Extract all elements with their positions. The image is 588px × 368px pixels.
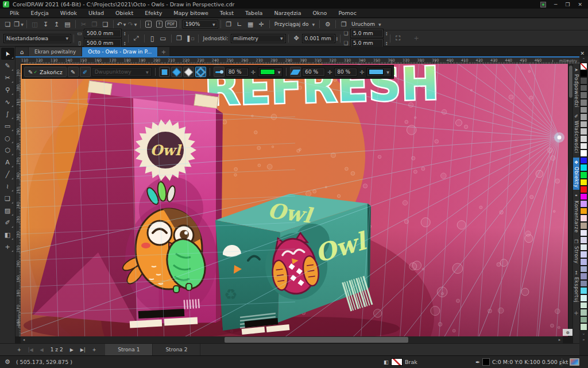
show-grid-button[interactable]: ▦ [246,20,256,29]
pick-tool[interactable]: ➤ [1,48,14,60]
duplicate-y-spinner[interactable]: ▴▾ [386,41,388,45]
vertical-opacity-stepper[interactable]: ✛ [326,69,333,75]
menu-tekst[interactable]: Tekst [215,9,239,17]
color-proof-monitor-icon[interactable] [570,358,579,366]
vertical-ruler[interactable]: milimetry 330320310300290280270260250240… [16,64,21,336]
text-tool[interactable]: A [1,156,14,168]
color-swatch[interactable] [580,258,587,266]
scroll-left-arrow[interactable]: ◂ [21,338,27,342]
connector-tool[interactable]: ≀ [1,181,14,193]
page-tab-strona-1[interactable]: Strona 1 [105,344,153,355]
color-swatch[interactable] [580,280,587,288]
nudge-spinner[interactable]: ▴▾ [336,36,338,41]
copy-perspective-button[interactable]: ✐ [80,67,91,77]
color-swatch[interactable] [580,229,587,237]
color-swatch[interactable] [580,266,587,273]
polygon-tool[interactable]: ⬡ [1,144,14,156]
landscape-button[interactable]: ▭ [158,33,168,43]
nudge-field[interactable]: 0.001 mm [302,34,335,43]
portrait-button[interactable]: ▯ [148,33,157,43]
cloud-download-button[interactable]: ↧ [41,20,51,29]
palette-scroll-up[interactable]: ⌃ [582,56,586,63]
status-gear-icon[interactable]: ⚙ [5,358,10,366]
cloud-upload-button[interactable]: ↥ [52,20,61,29]
menu-układ[interactable]: Układ [83,9,109,17]
add-docker-button[interactable]: + [574,310,578,316]
palette-expand[interactable]: » [582,337,585,343]
tabbar-close-icon[interactable]: ✕ [580,51,588,56]
shadow-tool[interactable]: ❏ [1,193,14,205]
import-button[interactable]: ↓ [144,20,153,29]
horizontal-opacity-stepper[interactable]: ✛ [358,69,365,75]
artistic-media-tool[interactable]: ∫ [1,108,14,120]
new-document-button[interactable]: ❏ [3,20,13,29]
vanishing-point-handle[interactable] [558,136,562,140]
color-swatch[interactable] [580,302,587,309]
color-swatch[interactable] [580,222,587,229]
color-swatch[interactable] [580,91,587,99]
open-document-button[interactable]: ❒▼ [14,20,24,29]
color-swatch[interactable] [580,85,587,92]
freehand-tool[interactable]: ∿ [1,96,14,108]
line-opacity-field[interactable]: 80 % [226,68,249,76]
add-tools[interactable]: + [1,241,14,253]
color-swatch[interactable] [580,179,587,186]
color-swatch[interactable] [580,113,587,121]
snap-off-button[interactable]: ✛ [257,20,266,29]
color-swatch[interactable] [580,251,587,258]
horizontal-opacity-field[interactable]: 80 % [334,68,357,76]
horizontal-scrollbar-thumb[interactable] [225,337,408,343]
export-button[interactable]: ↑ [154,20,164,29]
launch-dropdown[interactable]: Uruchom▼ [349,21,384,27]
grid-plane-icon[interactable] [290,67,301,77]
color-swatch[interactable] [580,244,587,251]
docker-tab-właściwości[interactable]: ✐Właściwości [573,112,580,156]
line-tool[interactable]: ╱ [1,168,14,181]
ruler-origin-corner[interactable] [16,56,21,64]
plane-active-button[interactable] [195,67,206,77]
plane-top-button[interactable] [171,67,182,77]
page-tab-strona-2[interactable]: Strona 2 [153,344,200,355]
plane-side-button[interactable] [183,67,194,77]
launch-icon[interactable]: ❐ [339,20,349,29]
color-swatch[interactable] [580,294,587,302]
color-swatch[interactable] [580,157,587,164]
eyedropper-tool[interactable]: ✐ [1,217,14,229]
color-swatch[interactable] [580,164,587,171]
menu-narzędzia[interactable]: Narzędzia [269,9,306,17]
fullscreen-preview-button[interactable]: ❐ [224,20,234,29]
document-navigator-button[interactable]: ⊕ [563,329,572,336]
autofit-page-button[interactable]: ⤢ [131,33,141,43]
options-gear-button[interactable]: ⚙ [323,20,332,29]
scroll-right-arrow[interactable]: ▸ [556,338,563,342]
prev-page-button[interactable]: ◀ [37,347,47,352]
color-swatch[interactable] [580,273,587,280]
color-swatch[interactable] [580,171,587,179]
zoom-level-select[interactable]: 190%▼ [183,20,218,29]
drawing-canvas[interactable]: REFRESH Owl [21,64,568,336]
restore-button[interactable]: ❐ [565,2,570,7]
color-swatch-none[interactable] [580,63,587,70]
transparency-tool[interactable]: ▨ [1,205,14,217]
first-page-button[interactable]: |◀ [25,347,37,352]
perspective-type-select[interactable]: Dwupunktowy▼ [92,67,152,76]
plane-all-button[interactable] [159,67,170,77]
color-swatch[interactable] [580,316,587,324]
print-button[interactable]: ▤ [63,20,72,29]
color-swatch[interactable] [580,135,587,143]
menu-pomoc[interactable]: Pomoc [333,9,362,17]
units-select[interactable]: milimetry▼ [231,34,286,43]
finish-perspective-button[interactable]: ✎✓ Zakończ [24,67,67,77]
duplicate-x-field[interactable]: 5.0 mm [350,29,384,38]
grid-color-dropdown[interactable]: ▼ [366,67,392,77]
menu-okno[interactable]: Okno [308,9,332,17]
rectangle-tool[interactable]: ▭ [1,120,14,132]
color-swatch[interactable] [580,70,587,78]
horizontal-scrollbar[interactable]: ◂ ▸ [21,336,563,343]
page-preset-select[interactable]: Niestandardowa▼ [3,34,71,43]
line-opacity-stepper[interactable]: ✛ [250,69,257,75]
minimize-button[interactable]: ─ [554,2,557,7]
menu-tabela[interactable]: Tabela [240,9,268,17]
ellipse-tool[interactable]: ○ [1,132,14,144]
page-height-spinner[interactable]: ▴▾ [124,41,126,45]
